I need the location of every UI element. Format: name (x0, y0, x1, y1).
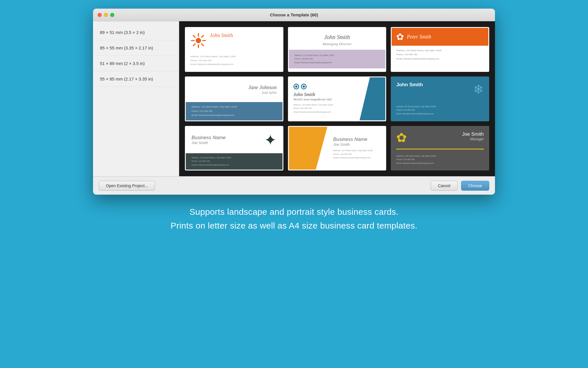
card-5-left: John Smith World's most magnificent chef… (289, 77, 360, 120)
card-1-name: John Smith (210, 32, 233, 39)
template-card-8[interactable]: Business Name Joe Smith Address: 123 Str… (288, 126, 386, 171)
caption-line-1: Supports landscape and portrait style bu… (171, 205, 417, 219)
card-7-info: Business Name Joe Smith (192, 135, 226, 145)
card-4-bottom: Address: 123 Street Name, City State 123… (186, 102, 283, 120)
card-7-top: Business Name Joe Smith ✦ (186, 127, 283, 153)
bottom-bar-right: Cancel Choose (431, 181, 489, 191)
sidebar-item-3[interactable]: 55 × 85 mm (2.17 × 3.35 in) (93, 71, 179, 87)
card-4-title: lead stylist (262, 91, 277, 95)
lotus-icon: ✿ (396, 31, 404, 42)
card-4-name: Jane Johnson (248, 85, 276, 91)
card-9-top: ✿ Joe Smith Manager (396, 131, 484, 144)
card-8-name: Joe Smith (333, 142, 381, 147)
dot-fill-1 (295, 85, 297, 88)
template-card-1[interactable]: John Smith Address: 123 Street Name, Cit… (185, 27, 283, 72)
card-4-top: Jane Johnson lead stylist (186, 77, 283, 102)
card-5-chef: World's most magnificent chef (293, 97, 355, 101)
window: Choose a Template (60) 89 × 51 mm (3.5 ×… (93, 9, 495, 195)
star-icon: ✦ (264, 131, 277, 149)
template-card-2[interactable]: John Smith Managing Director Address: 12… (288, 27, 386, 72)
bottom-bar-left: Open Existing Project... (99, 181, 155, 191)
minimize-button[interactable] (104, 13, 108, 17)
template-card-9[interactable]: ✿ Joe Smith Manager Address: 123 Street … (391, 126, 489, 171)
sidebar-item-2[interactable]: 51 × 89 mm (2 × 3.5 in) (93, 56, 179, 71)
template-card-6[interactable]: John Smith ❄ Address: 45 Survey Name, Ci… (391, 76, 489, 121)
flower-icon: ✿ (396, 131, 407, 144)
desktop: Choose a Template (60) 89 × 51 mm (3.5 ×… (0, 0, 588, 368)
card-9-stripe (396, 149, 484, 150)
svg-line-5 (193, 35, 195, 37)
maximize-button[interactable] (110, 13, 114, 17)
dot-fill-2 (303, 85, 305, 88)
svg-point-0 (196, 38, 201, 43)
card-5-right (359, 77, 385, 120)
template-card-4[interactable]: Jane Johnson lead stylist Address: 123 S… (185, 76, 283, 121)
sidebar-item-1[interactable]: 85 × 55 mm (3.35 × 2.17 in) (93, 40, 179, 56)
card-5-name: John Smith (293, 92, 355, 97)
close-button[interactable] (98, 13, 102, 17)
card-3-name: Peter Smith (407, 34, 431, 40)
dot-ring-2 (301, 84, 307, 89)
card-3-header: ✿ Peter Smith (392, 28, 488, 46)
card-8-details: Address: 123 Street Name, City State 123… (333, 149, 381, 160)
sidebar: 89 × 51 mm (3.5 × 2 in) 85 × 55 mm (3.35… (93, 21, 179, 176)
card-7-name: Joe Smith (192, 141, 226, 145)
card-6-info: John Smith (396, 82, 423, 88)
dot-ring-1 (293, 84, 299, 89)
traffic-lights (98, 13, 114, 17)
card-6-name: John Smith (396, 82, 423, 88)
card-1-details: Address: 123 Street Name, City State 123… (190, 55, 278, 66)
template-card-3[interactable]: ✿ Peter Smith Address: 123 Street Name, … (391, 27, 489, 72)
sidebar-item-0[interactable]: 89 × 51 mm (3.5 × 2 in) (93, 25, 179, 40)
card-7-biz: Business Name (192, 135, 226, 141)
window-title: Choose a Template (60) (270, 12, 318, 17)
card-2-name: John Smith (295, 34, 380, 41)
window-body: 89 × 51 mm (3.5 × 2 in) 85 × 55 mm (3.35… (93, 21, 495, 176)
card-2-title: Managing Director (295, 42, 380, 46)
cancel-button[interactable]: Cancel (431, 181, 458, 191)
card-9-name: Joe Smith (462, 131, 484, 137)
open-existing-button[interactable]: Open Existing Project... (99, 181, 155, 191)
card-5-dots (293, 84, 355, 89)
template-card-5[interactable]: John Smith World's most magnificent chef… (288, 76, 386, 121)
template-grid: John Smith Address: 123 Street Name, Cit… (179, 21, 495, 176)
template-card-7[interactable]: Business Name Joe Smith ✦ Address: 123 S… (185, 126, 283, 171)
sun-icon (190, 32, 206, 50)
svg-line-8 (193, 44, 195, 46)
card-8-biz: Business Name (333, 137, 381, 142)
card-3-body: Address: 123 Street Name, City State 123… (392, 46, 488, 71)
card-9-info: Joe Smith Manager (462, 131, 484, 141)
caption: Supports landscape and portrait style bu… (171, 205, 417, 233)
choose-button[interactable]: Choose (461, 181, 489, 191)
card-6-details: Address: 45 Survey Name, City State 1234… (396, 105, 484, 116)
svg-line-6 (202, 44, 204, 46)
card-5-details: Address: 123 Street Name, City State 123… (293, 103, 355, 114)
bottom-bar: Open Existing Project... Cancel Choose (93, 176, 495, 195)
card-9-details: Address: 123 Street Name, City State 123… (396, 154, 484, 165)
snowflake-icon: ❄ (473, 82, 484, 97)
titlebar: Choose a Template (60) (93, 9, 495, 21)
card-2-bottom: Address: 123 Street Name, City State 123… (289, 50, 386, 69)
card-8-content: Business Name Joe Smith Address: 123 Str… (289, 127, 386, 170)
card-2-top: John Smith Managing Director (289, 30, 386, 50)
card-6-top: John Smith ❄ (396, 82, 484, 97)
card-9-title: Manager (470, 137, 484, 141)
caption-line-2: Prints on letter size as well as A4 size… (171, 219, 417, 233)
card-7-bottom: Address: 123 Street Name, City State 123… (186, 153, 283, 170)
svg-line-7 (202, 35, 204, 37)
